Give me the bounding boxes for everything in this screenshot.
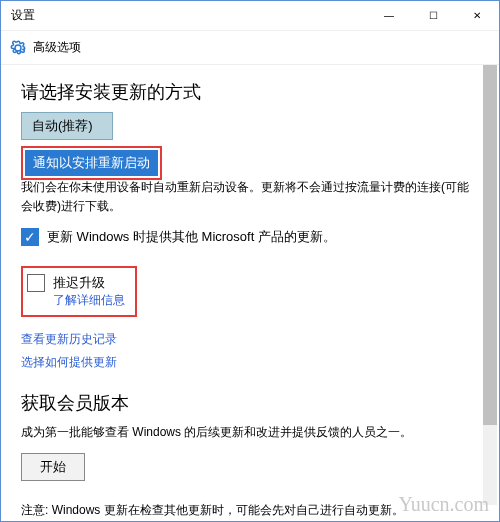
page-header: 高级选项 xyxy=(1,31,499,65)
link-learn-more[interactable]: 了解详细信息 xyxy=(53,292,125,309)
checkbox-ms-products[interactable]: ✓ xyxy=(21,228,39,246)
install-mode-option-notify[interactable]: 通知以安排重新启动 xyxy=(25,150,158,176)
maximize-button[interactable]: ☐ xyxy=(411,1,455,31)
scrollbar-track[interactable] xyxy=(483,65,497,505)
insider-note: 注意: Windows 更新在检查其他更新时，可能会先对自己进行自动更新。 xyxy=(21,501,479,520)
checkbox-defer-label: 推迟升级 xyxy=(53,275,105,290)
section-heading-insider: 获取会员版本 xyxy=(21,391,479,415)
gear-icon xyxy=(9,39,27,57)
checkbox-ms-products-row: ✓ 更新 Windows 时提供其他 Microsoft 产品的更新。 xyxy=(21,228,479,246)
window-title: 设置 xyxy=(11,7,367,24)
highlight-box-option: 通知以安排重新启动 xyxy=(21,146,162,180)
highlight-box-defer: 推迟升级 了解详细信息 xyxy=(21,266,137,317)
start-button[interactable]: 开始 xyxy=(21,453,85,481)
install-mode-dropdown[interactable]: 自动(推荐) xyxy=(21,112,113,140)
minimize-button[interactable]: — xyxy=(367,1,411,31)
scrollbar-thumb[interactable] xyxy=(483,65,497,425)
main-content: 请选择安装更新的方式 自动(推荐) 通知以安排重新启动 我们会在你未使用设备时自… xyxy=(1,65,499,522)
install-description: 我们会在你未使用设备时自动重新启动设备。更新将不会通过按流量计费的连接(可能会收… xyxy=(21,178,479,216)
link-how-updates-delivered[interactable]: 选择如何提供更新 xyxy=(21,354,117,371)
close-button[interactable]: ✕ xyxy=(455,1,499,31)
checkbox-ms-products-label: 更新 Windows 时提供其他 Microsoft 产品的更新。 xyxy=(47,228,336,246)
insider-description: 成为第一批能够查看 Windows 的后续更新和改进并提供反馈的人员之一。 xyxy=(21,423,479,442)
link-update-history[interactable]: 查看更新历史记录 xyxy=(21,331,117,348)
title-bar: 设置 — ☐ ✕ xyxy=(1,1,499,31)
checkbox-defer-content: 推迟升级 了解详细信息 xyxy=(53,274,125,309)
checkbox-defer-upgrade[interactable] xyxy=(27,274,45,292)
section-heading-install: 请选择安装更新的方式 xyxy=(21,80,479,104)
header-label: 高级选项 xyxy=(33,39,81,56)
